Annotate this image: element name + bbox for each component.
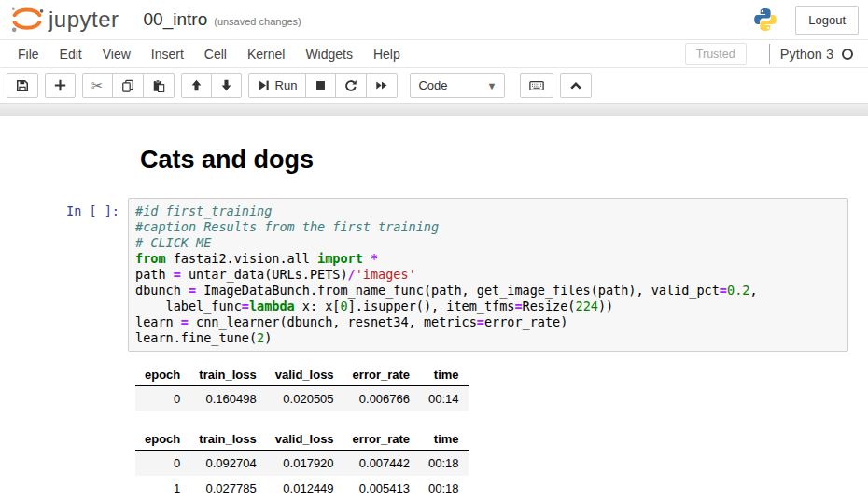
cell-value: 0.027785: [189, 476, 265, 501]
logout-button[interactable]: Logout: [795, 6, 859, 35]
col-header: train_loss: [189, 428, 265, 451]
col-header: train_loss: [189, 364, 265, 386]
interrupt-kernel-button[interactable]: [305, 73, 336, 98]
cell-value: 0.005413: [343, 476, 419, 501]
cell-value: 0: [135, 451, 189, 477]
notebook-area: Cats and dogs In [ ]: #id first_training…: [0, 116, 868, 501]
cell-outputs: epoch train_loss valid_loss error_rate t…: [135, 364, 868, 501]
code-line: learn.fine_tune(2): [135, 330, 841, 346]
cell-value: 0.017920: [266, 451, 343, 477]
page-title: Cats and dogs: [140, 146, 868, 174]
cell-value: 0.092704: [189, 451, 265, 477]
add-cell-button[interactable]: [45, 73, 76, 98]
chevron-down-icon: ▼: [487, 80, 497, 91]
keyboard-icon: [529, 79, 544, 92]
restart-run-all-button[interactable]: [366, 73, 398, 98]
fast-forward-icon: [375, 79, 388, 91]
code-line: path = untar_data(URLs.PETS)/'images': [135, 267, 841, 283]
input-prompt: In [ ]:: [0, 198, 128, 352]
run-icon: [258, 79, 270, 91]
stop-icon: [315, 79, 327, 91]
paste-icon: [152, 79, 165, 92]
table-row: 1 0.027785 0.012449 0.005413 00:18: [135, 476, 469, 501]
table-header-row: epoch train_loss valid_loss error_rate t…: [135, 364, 469, 386]
trusted-badge[interactable]: Trusted: [685, 43, 747, 65]
cell-value: 1: [135, 476, 189, 501]
cell-value: 00:18: [419, 476, 469, 501]
code-cell: In [ ]: #id first_training #caption Resu…: [0, 198, 868, 352]
move-up-icon: [190, 79, 203, 91]
kernel-name: Python 3: [780, 47, 833, 62]
menu-file[interactable]: File: [7, 47, 49, 62]
col-header: time: [419, 428, 469, 451]
code-line: #caption Results from the first training: [135, 219, 841, 235]
save-button[interactable]: [7, 73, 38, 98]
save-status: (unsaved changes): [214, 12, 301, 27]
restart-kernel-button[interactable]: [335, 73, 367, 98]
copy-cell-button[interactable]: [112, 73, 144, 98]
move-cell-up-button[interactable]: [181, 73, 212, 98]
cell-value: 0.160498: [189, 386, 265, 412]
cell-value: 00:18: [419, 451, 469, 477]
run-label: Run: [275, 78, 298, 92]
cell-type-value: Code: [418, 78, 447, 92]
paste-cell-button[interactable]: [143, 73, 175, 98]
command-palette-button[interactable]: [520, 73, 553, 98]
chevron-up-icon: [569, 80, 582, 91]
col-header: time: [419, 364, 469, 386]
code-line: learn = cnn_learner(dbunch, resnet34, me…: [135, 314, 841, 330]
col-header: valid_loss: [266, 428, 343, 451]
col-header: epoch: [135, 428, 189, 451]
copy-icon: [121, 79, 134, 92]
collapse-toolbar-button[interactable]: [560, 73, 592, 98]
cell-value: 0.006766: [343, 386, 419, 412]
menu-edit[interactable]: Edit: [49, 47, 92, 62]
menu-view[interactable]: View: [92, 47, 141, 62]
col-header: epoch: [135, 364, 189, 386]
kernel-idle-indicator: [842, 49, 853, 60]
divider: [769, 44, 770, 64]
cell-value: 00:14: [419, 386, 469, 412]
training-results-table-1: epoch train_loss valid_loss error_rate t…: [135, 364, 469, 411]
cell-value: 0.020505: [266, 386, 343, 412]
code-line: #id first_training: [135, 203, 841, 219]
col-header: valid_loss: [266, 364, 343, 386]
move-cell-down-button[interactable]: [211, 73, 242, 98]
python-logo-icon: [752, 7, 778, 33]
code-line: from fastai2.vision.all import *: [135, 251, 841, 267]
move-down-icon: [220, 79, 232, 91]
menu-insert[interactable]: Insert: [141, 47, 194, 62]
restart-kernel-icon: [344, 79, 357, 92]
menu-kernel[interactable]: Kernel: [237, 47, 295, 62]
col-header: error_rate: [343, 428, 419, 451]
notebook-title[interactable]: 00_intro: [144, 9, 208, 30]
training-results-table-2: epoch train_loss valid_loss error_rate t…: [135, 428, 469, 501]
jupyter-logo[interactable]: jupyter: [9, 5, 119, 35]
app-name: jupyter: [49, 7, 119, 33]
toolbar: ✂ Run: [0, 68, 868, 103]
run-cell-button[interactable]: Run: [248, 73, 307, 98]
table-header-row: epoch train_loss valid_loss error_rate t…: [135, 428, 469, 451]
cell-value: 0.012449: [266, 476, 343, 501]
code-line: dbunch = ImageDataBunch.from_name_func(p…: [135, 283, 841, 299]
code-editor[interactable]: #id first_training #caption Results from…: [128, 198, 848, 352]
save-icon: [16, 79, 29, 92]
cut-icon: ✂: [91, 78, 104, 92]
cell-type-select[interactable]: Code ▼: [410, 73, 505, 98]
table-row: 0 0.160498 0.020505 0.006766 00:14: [135, 386, 469, 412]
header: jupyter 00_intro (unsaved changes) Logou…: [0, 0, 868, 39]
menu-help[interactable]: Help: [363, 47, 411, 62]
menu-cell[interactable]: Cell: [194, 47, 237, 62]
header-shadow: [0, 103, 868, 116]
table-row: 0 0.092704 0.017920 0.007442 00:18: [135, 451, 469, 477]
col-header: error_rate: [343, 364, 419, 386]
cell-value: 0.007442: [343, 451, 419, 477]
markdown-cell[interactable]: Cats and dogs: [0, 146, 868, 174]
menu-widgets[interactable]: Widgets: [295, 47, 363, 62]
cut-cell-button[interactable]: ✂: [82, 73, 113, 98]
add-cell-icon: [54, 79, 66, 91]
menubar: File Edit View Insert Cell Kernel Widget…: [0, 39, 868, 68]
code-line: # CLICK ME: [135, 235, 841, 251]
jupyter-logo-icon: [9, 5, 45, 35]
code-line: label_func=lambda x: x[0].isupper(), ite…: [135, 299, 841, 314]
